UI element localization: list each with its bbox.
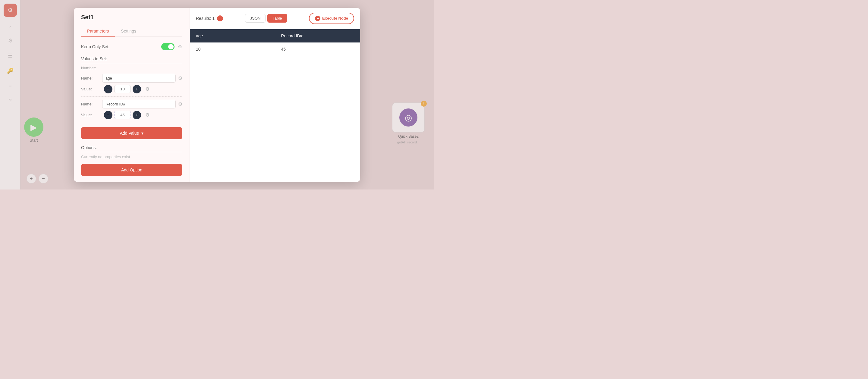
- value-row-age: Value: − + ⚙: [81, 85, 182, 93]
- value-input-age[interactable]: [114, 85, 131, 93]
- modal-title: Set1: [81, 14, 182, 21]
- options-empty-text: Currently no properties exist: [81, 155, 182, 159]
- tab-settings[interactable]: Settings: [115, 26, 142, 36]
- value-increase-record-id[interactable]: +: [133, 111, 141, 119]
- add-option-button[interactable]: Add Option: [81, 164, 182, 176]
- values-to-set-title: Values to Set:: [81, 56, 182, 63]
- keep-only-right: ⚙: [161, 43, 182, 50]
- results-text: Results: 1: [196, 16, 215, 21]
- value-label-record-id: Value:: [81, 113, 102, 117]
- field-group-age: Name: ⚙ Value: − + ⚙: [81, 74, 182, 97]
- execute-node-button[interactable]: ▶ Execute Node: [309, 13, 354, 24]
- modal-tabs: Parameters Settings: [81, 26, 182, 37]
- modal-left-panel: Set1 Parameters Settings Keep Only Set: …: [74, 8, 190, 182]
- execute-play-icon: ▶: [315, 16, 320, 21]
- table-header-record-id: Record ID#: [275, 29, 361, 42]
- value-decrease-record-id[interactable]: −: [104, 111, 113, 119]
- field-group-record-id: Name: ⚙ Value: − + ⚙: [81, 100, 182, 122]
- add-value-label: Add Value: [120, 131, 139, 135]
- number-sub-label: Number:: [81, 66, 182, 70]
- field-name-row-record-id: Name: ⚙: [81, 100, 182, 108]
- name-gear-icon-age[interactable]: ⚙: [178, 75, 182, 81]
- options-section: Options: Currently no properties exist A…: [81, 145, 182, 176]
- value-label-age: Value:: [81, 87, 102, 91]
- table-cell-age: 10: [190, 42, 275, 56]
- table-header: age Record ID#: [190, 29, 360, 42]
- name-gear-icon-record-id[interactable]: ⚙: [178, 101, 182, 107]
- view-json-button[interactable]: JSON: [245, 14, 266, 23]
- view-table-button[interactable]: Table: [267, 14, 287, 23]
- value-row-record-id: Value: − + ⚙: [81, 111, 182, 119]
- modal: ✕ Set1 Parameters Settings Keep Only Set…: [74, 8, 360, 182]
- value-increase-age[interactable]: +: [133, 85, 141, 93]
- modal-right-panel: Results: 1 i JSON Table ▶ Execute Node a…: [190, 8, 360, 182]
- table-row: 10 45: [190, 42, 360, 56]
- add-value-button[interactable]: Add Value ▾: [81, 127, 182, 139]
- keep-only-gear-icon[interactable]: ⚙: [178, 43, 182, 50]
- value-decrease-age[interactable]: −: [104, 85, 113, 93]
- modal-left-header: Set1 Parameters Settings: [74, 8, 190, 37]
- execute-btn-label: Execute Node: [322, 16, 348, 21]
- modal-left-body: Keep Only Set: ⚙ Values to Set: Number: …: [74, 37, 190, 182]
- modal-right-header: Results: 1 i JSON Table ▶ Execute Node: [190, 8, 360, 29]
- results-info: Results: 1 i: [196, 15, 223, 21]
- name-input-age[interactable]: [102, 74, 176, 83]
- options-title: Options:: [81, 145, 182, 152]
- keep-only-row: Keep Only Set: ⚙: [81, 43, 182, 50]
- add-value-chevron-icon: ▾: [141, 131, 144, 135]
- value-input-record-id[interactable]: [114, 111, 131, 119]
- name-label-record-id: Name:: [81, 102, 102, 106]
- toggle-knob: [168, 44, 174, 50]
- tab-parameters[interactable]: Parameters: [81, 26, 115, 36]
- keep-only-label: Keep Only Set:: [81, 44, 110, 49]
- view-toggle: JSON Table: [245, 14, 287, 23]
- modal-overlay: ✕ Set1 Parameters Settings Keep Only Set…: [0, 0, 434, 189]
- table-header-age: age: [190, 29, 275, 42]
- table-cell-record-id: 45: [275, 42, 361, 56]
- results-table: age Record ID# 10 45: [190, 29, 360, 182]
- value-gear-icon-age[interactable]: ⚙: [145, 86, 150, 92]
- keep-only-toggle[interactable]: [161, 43, 175, 50]
- field-name-row-age: Name: ⚙: [81, 74, 182, 83]
- value-gear-icon-record-id[interactable]: ⚙: [145, 112, 150, 118]
- name-input-record-id[interactable]: [102, 100, 176, 108]
- name-label-age: Name:: [81, 76, 102, 81]
- info-icon: i: [217, 15, 223, 21]
